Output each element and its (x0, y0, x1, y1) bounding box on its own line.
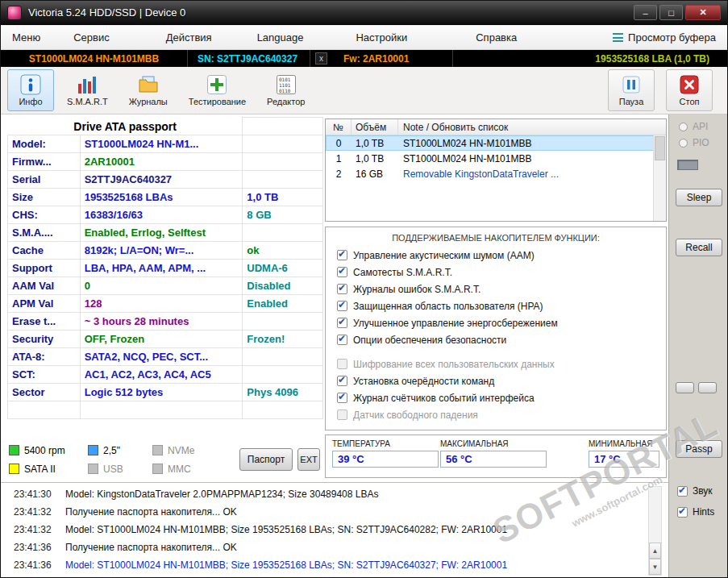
stop-button[interactable]: Стоп (666, 69, 713, 111)
menu-item-help[interactable]: Справка (476, 31, 517, 44)
mmc-label: MMC (168, 464, 191, 475)
hints-checkbox[interactable]: Hints (677, 506, 714, 518)
pio-radio-label: PIO (693, 137, 709, 148)
passport-button[interactable]: Паспорт (239, 448, 293, 471)
menu-item-actions[interactable]: Действия (166, 31, 212, 44)
field-value: LBA, HPA, AAM, APM, ... (80, 260, 243, 277)
field-extra: Enabled (243, 295, 323, 313)
log-text: Получение паспорта накопителя... OK (54, 506, 237, 518)
radio-icon (679, 123, 688, 131)
feature-hpa[interactable]: Защищенная область пользователя (HPA) (326, 297, 666, 314)
log-time: 23:41:32 (1, 506, 54, 518)
editor-tab-button[interactable]: 010111010110 Редактор (259, 69, 313, 111)
field-extra (243, 153, 323, 171)
ext-button[interactable]: EXT (297, 448, 320, 471)
log-line-3[interactable]: 23:41:32 Model: ST1000LM024 HN-M101MBB; … (1, 521, 668, 538)
radio-icon (679, 139, 688, 148)
log-scrollbar[interactable]: ▲ ▼ (648, 486, 662, 576)
smart-tab-button[interactable]: S.M.A.R.T (59, 69, 116, 111)
field-value: S2TTJ9AC640327 (80, 171, 243, 189)
feature-interface-counters[interactable]: Журнал счётчиков событий интерфейса (326, 389, 666, 406)
log-line-2[interactable]: 23:41:32 Получение паспорта накопителя..… (1, 503, 668, 521)
passport-title-spacer (243, 118, 323, 135)
nvme-label: NVMe (168, 445, 194, 456)
field-label: AAM Val (8, 277, 81, 295)
checkbox-checked-icon (337, 267, 347, 277)
buffer-view-button[interactable]: Просмотр буфера (613, 31, 716, 44)
feature-power-mgmt[interactable]: Улучшенное управление энергосбережением (326, 314, 666, 331)
journals-tab-button[interactable]: Журналы (121, 69, 176, 111)
device-row-1[interactable]: 1 1,0 TB ST1000LM024 HN-M101MBB (326, 151, 666, 166)
info-tab-button[interactable]: Инфо (7, 69, 54, 111)
log-line-4[interactable]: 23:41:36 Получение паспорта накопителя..… (1, 538, 668, 556)
menu-item-language[interactable]: Language (257, 31, 304, 44)
field-label: Model: (8, 135, 81, 153)
scroll-down-button[interactable]: ▼ (649, 559, 661, 575)
sleep-button[interactable]: Sleep (676, 189, 722, 206)
device-row-0[interactable]: 0 1,0 TB ST1000LM024 HN-M101MBB (326, 135, 666, 151)
legend-mmc: MMC (152, 464, 214, 475)
feature-ncq[interactable]: Установка очерёдности команд (326, 372, 666, 389)
usb-swatch (88, 464, 98, 474)
scroll-up-button[interactable]: ▲ (649, 543, 661, 559)
sound-checkbox[interactable]: Звук (677, 485, 713, 497)
scrollbar-thumb[interactable] (655, 136, 665, 160)
app-window: Victoria 5.24 HDD/SSD | Device 0 – □ ✕ М… (0, 0, 728, 578)
legend-sata: SATA II (9, 464, 88, 475)
feature-error-logs[interactable]: Журналы ошибок S.M.A.R.T. (326, 281, 666, 297)
close-button[interactable]: ✕ (685, 5, 721, 20)
minimize-icon: – (643, 8, 647, 18)
pause-label: Пауза (619, 97, 644, 106)
passport-title: Drive ATA passport (8, 118, 243, 135)
close-icon: ✕ (699, 7, 706, 18)
pause-button[interactable]: Пауза (608, 69, 655, 111)
smart-tab-label: S.M.A.R.T (67, 97, 108, 106)
feature-freefall-sensor: Датчик свободного падения (326, 406, 666, 423)
menu-item-service[interactable]: Сервис (73, 31, 110, 44)
passport-row-security: SecurityOFF, FrozenFrozen! (8, 331, 323, 348)
form-factor-label: 2,5" (103, 445, 120, 456)
form-factor-swatch (88, 445, 98, 455)
buffer-list-icon (613, 33, 623, 42)
passport-row-erase: Erase t...~ 3 hours 28 minutes (8, 313, 323, 331)
menu-item-menu[interactable]: Меню (12, 31, 40, 44)
menu-item-settings[interactable]: Настройки (356, 31, 407, 44)
temperature-current-value: 39 °C (332, 451, 439, 468)
recall-button[interactable]: Recall (676, 239, 722, 256)
stop-label: Стоп (680, 97, 700, 106)
passport-row-serial: SerialS2TTJ9AC640327 (8, 171, 323, 189)
passport-row-ata8: ATA-8:SATA2, NCQ, PEC, SCT... (8, 348, 323, 366)
device-row-2[interactable]: 2 16 GB Removable KingstonDataTraveler .… (326, 166, 666, 181)
legend-rpm: 5400 rpm (9, 445, 88, 456)
feature-label: Датчик свободного падения (353, 410, 478, 421)
passport-row-support: SupportLBA, HPA, AAM, APM, ...UDMA-6 (8, 260, 323, 277)
log-time: 23:41:36 (1, 559, 54, 571)
stop-icon (679, 74, 700, 95)
testing-tab-button[interactable]: Тестирование (181, 69, 254, 111)
editor-tab-label: Редактор (267, 97, 305, 106)
log-line-1[interactable]: 23:41:30 Model: KingstonDataTraveler 2.0… (1, 485, 668, 503)
field-label: Firmw... (8, 153, 81, 171)
passport-row-model: Model:ST1000LM024 HN-M1... (8, 135, 323, 153)
field-extra (243, 348, 323, 366)
mini-button-left (676, 382, 694, 393)
log-time: 23:41:36 (1, 542, 54, 553)
band-close-button[interactable]: x (315, 52, 327, 64)
checkbox-checked-icon (337, 284, 347, 294)
passp-button[interactable]: Passp (676, 440, 722, 458)
minimize-button[interactable]: – (634, 5, 657, 20)
feature-security[interactable]: Опции обеспечения безопасности (326, 331, 666, 348)
device-size: 1,0 TB (352, 153, 398, 164)
legend-usb: USB (88, 464, 152, 475)
feature-aam[interactable]: Управление акустическим шумом (AAM) (326, 247, 666, 264)
feature-encryption: Шифрование всех пользовательских данных (326, 356, 666, 372)
field-value: 16383/16/63 (80, 206, 243, 224)
feature-selftests[interactable]: Самотесты S.M.A.R.T. (326, 264, 666, 281)
checkbox-checked-icon (677, 486, 688, 497)
band-model: ST1000LM024 HN-M101MBB (1, 50, 188, 67)
log-line-5[interactable]: 23:41:36 Model: ST1000LM024 HN-M101MBB; … (1, 556, 668, 574)
column-note-refresh[interactable]: Note / Обновить список (398, 119, 666, 135)
device-list-scrollbar[interactable] (653, 135, 666, 221)
maximize-button[interactable]: □ (659, 5, 683, 20)
sleep-button-label: Sleep (687, 192, 712, 203)
